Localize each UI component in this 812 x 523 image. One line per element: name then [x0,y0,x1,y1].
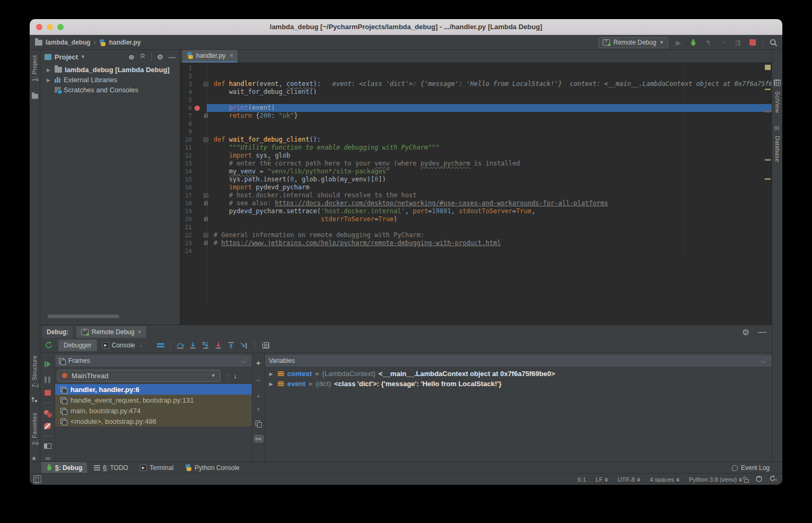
tree-item[interactable]: ▶lambda_debug [Lambda Debug] [40,65,180,75]
move-up-icon[interactable]: ▲ [256,393,261,398]
code-line[interactable] [207,64,772,72]
unlock-icon[interactable] [744,479,749,483]
gutter-line[interactable]: 14 [180,168,207,176]
toggle-tool-windows-icon[interactable] [33,475,41,483]
breadcrumb-file[interactable]: handler.py [109,39,141,46]
add-watch-icon[interactable]: + [256,358,261,367]
gutter-line[interactable]: 19 [180,207,207,215]
gutter-line[interactable]: 15 [180,176,207,184]
rerun-icon[interactable] [42,340,55,351]
popout-icon[interactable]: →˙ [760,358,768,364]
code-line[interactable] [207,128,772,136]
gutter-line[interactable]: 11 [180,144,207,152]
code-line[interactable]: wait_for_debug_client() [207,88,772,96]
restore-layout-icon[interactable] [44,443,51,449]
more-actions-icon[interactable]: >> [45,456,50,461]
tool-window-tab-terminal[interactable]: ▶Terminal [135,462,178,474]
step-over-icon[interactable] [174,340,187,351]
gutter-line[interactable]: 23 [180,239,207,247]
stack-frame-row[interactable]: <module>, bootstrap.py:486 [55,416,252,426]
code-line[interactable] [207,247,772,255]
code-line[interactable]: # enter the correct path here to your ve… [207,160,772,168]
gutter-line[interactable]: 17– [180,191,207,199]
tool-stripe-tab-favorites[interactable]: 2: Favorites [31,413,38,447]
gutter-line[interactable]: 10– [180,136,207,144]
code-line[interactable]: # see also: https://docs.docker.com/desk… [207,199,772,207]
tab-debugger[interactable]: Debugger [58,339,97,351]
code-line[interactable]: return {200: "ok"} [207,112,772,120]
code-line[interactable]: import sys, glob [207,152,772,160]
expand-arrow-icon[interactable]: ▶ [47,77,52,83]
gutter-line[interactable]: 6 [180,104,207,112]
run-configurations-button[interactable]: ⇶ [733,38,743,47]
tool-stripe-tab-project[interactable]: 1: Project [31,55,38,83]
mute-breakpoints-icon[interactable] [44,423,51,429]
gutter-line[interactable]: 16 [180,184,207,191]
close-tab-icon[interactable]: × [230,52,233,59]
next-frame-icon[interactable]: ↓ [234,372,237,380]
gutter-line[interactable]: 9 [180,128,207,136]
gear-icon[interactable]: ⚙ [742,327,749,337]
step-into-icon[interactable] [187,340,199,351]
breakpoint-icon[interactable] [195,106,200,111]
code-line[interactable]: sys.path.insert(0, glob.glob(my_venv)[0]… [207,176,772,184]
status-item[interactable]: UTF-8 [617,476,640,483]
resume-program-icon[interactable] [44,360,51,370]
show-watches-icon[interactable] [254,435,263,442]
gutter-line[interactable]: 4 [180,88,207,96]
thread-selector[interactable]: MainThread ▼ [57,370,220,382]
code-line[interactable]: # host.docker.internal should resolve to… [207,191,772,199]
gutter-line[interactable]: 1 [180,64,207,72]
code-line[interactable]: pydevd_pycharm.settrace('host.docker.int… [207,207,772,215]
restart-typo-icon[interactable]: ? [769,475,777,484]
editor-scrollbar-stripe[interactable] [763,63,772,306]
gutter-line[interactable]: 18 [180,199,207,207]
move-down-icon[interactable]: ▼ [256,407,261,412]
code-editor[interactable]: 123–45678910–11121314151617–1819202122–2… [180,63,772,306]
code-lines[interactable]: def handler(event, context): event: <cla… [207,64,772,255]
search-everywhere-icon[interactable] [769,38,778,47]
stack-frame-row[interactable]: handle_event_request, bootstrap.py:131 [55,395,252,405]
code-line[interactable]: import pydevd_pycharm [207,184,772,191]
tool-stripe-tab-sciview[interactable]: SciView [774,91,781,115]
status-item[interactable]: 4 spaces [650,476,679,483]
code-line[interactable]: stderrToServer=True) [207,215,772,223]
code-line[interactable] [207,72,772,80]
project-panel-title[interactable]: Project [55,53,78,61]
run-with-coverage-button[interactable]: ↰ [703,38,713,47]
evaluate-expression-icon[interactable] [259,340,272,351]
run-configuration-select[interactable]: Remote Debug ▼ [598,37,668,48]
duplicate-watch-icon[interactable] [255,421,261,426]
gutter-line[interactable]: 13 [180,160,207,168]
editor-gutter[interactable]: 123–45678910–11121314151617–1819202122–2… [180,64,207,255]
pause-program-icon[interactable] [45,377,50,383]
run-to-cursor-icon[interactable] [237,340,250,351]
gear-icon[interactable]: ⚙ [157,53,163,61]
expand-arrow-icon[interactable]: ▶ [269,381,275,387]
run-button[interactable]: ▶ [674,38,683,47]
stack-frame-row[interactable]: handler, handler.py:6 [55,384,252,395]
breadcrumb-project[interactable]: lambda_debug [46,39,91,46]
gutter-line[interactable]: 7 [180,112,207,120]
gutter-line[interactable]: 5 [180,96,207,104]
debug-button[interactable] [689,38,698,47]
popout-icon[interactable]: →˙ [240,358,248,364]
profiler-button[interactable]: ◔ [718,38,728,47]
editor-tab-handler-py[interactable]: handler.py × [182,50,237,63]
expand-arrow-icon[interactable]: ▶ [47,67,52,73]
code-line[interactable]: def wait_for_debug_client(): [207,136,772,144]
code-line[interactable] [207,96,772,104]
code-line[interactable]: def handler(event, context): event: <cla… [207,80,772,88]
event-log-button[interactable]: Event Log [732,462,770,474]
status-item[interactable]: LF [596,476,608,483]
tool-stripe-tab-structure[interactable]: 7: Structure [31,355,38,389]
step-out-of-block-icon[interactable] [212,340,225,351]
tool-window-tab-todo[interactable]: 6: TODO [89,462,133,474]
gutter-line[interactable]: 2 [180,72,207,80]
gutter-line[interactable]: 20 [180,215,207,223]
gutter-line[interactable]: 21 [180,223,207,231]
code-line[interactable] [207,223,772,231]
gutter-line[interactable]: 8 [180,120,207,128]
stop-button[interactable] [748,38,757,47]
remove-watch-icon[interactable]: − [256,376,261,385]
